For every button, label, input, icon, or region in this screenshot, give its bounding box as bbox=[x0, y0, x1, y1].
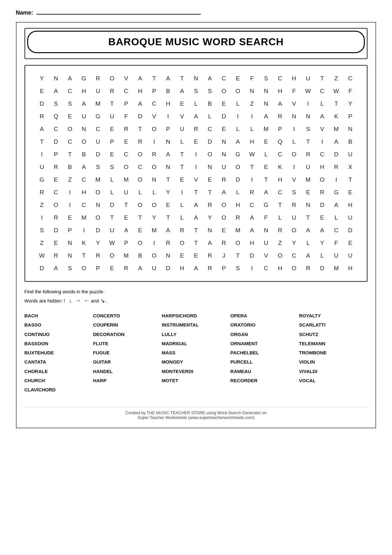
grid-cell: H bbox=[287, 72, 301, 85]
grid-cell: A bbox=[189, 199, 203, 211]
grid-cell: C bbox=[273, 148, 287, 161]
grid-cell: L bbox=[231, 97, 245, 110]
grid-cell: P bbox=[273, 123, 287, 135]
grid-cell: E bbox=[175, 173, 189, 186]
grid-cell: N bbox=[91, 199, 105, 211]
grid-cell: G bbox=[91, 110, 105, 123]
grid-cell: D bbox=[105, 199, 119, 211]
grid-cell: T bbox=[77, 249, 91, 262]
grid-cell: H bbox=[77, 186, 91, 199]
grid-cell: Y bbox=[343, 97, 357, 110]
grid-cell: H bbox=[245, 135, 259, 148]
grid-cell: V bbox=[287, 173, 301, 186]
grid-cell: N bbox=[245, 85, 259, 97]
name-underline bbox=[36, 14, 201, 15]
grid-cell: R bbox=[49, 249, 63, 262]
grid-cell: E bbox=[301, 186, 315, 199]
grid-cell: E bbox=[189, 249, 203, 262]
grid-cell: R bbox=[49, 211, 63, 224]
word-item: HANDEL bbox=[93, 367, 158, 376]
grid-cell: C bbox=[63, 85, 77, 97]
grid-cell: C bbox=[91, 123, 105, 135]
grid-cell: P bbox=[217, 262, 231, 275]
word-item: ORNAMENT bbox=[230, 339, 296, 348]
grid-cell: D bbox=[217, 110, 231, 123]
grid-cell: O bbox=[231, 85, 245, 97]
grid-cell: T bbox=[259, 173, 273, 186]
grid-cell: H bbox=[231, 199, 245, 211]
grid-cell: A bbox=[49, 85, 63, 97]
grid-cell: A bbox=[133, 262, 147, 275]
word-item: HARP bbox=[93, 376, 158, 385]
grid-cell: V bbox=[147, 110, 161, 123]
footer-line2: Super Teacher Worksheets (www.superteach… bbox=[24, 415, 368, 420]
grid-cell: E bbox=[161, 199, 175, 211]
grid-cell: B bbox=[161, 85, 175, 97]
word-item: CONCERTO bbox=[93, 311, 158, 320]
grid-cell: G bbox=[35, 173, 49, 186]
grid-cell: H bbox=[161, 97, 175, 110]
grid-cell: Y bbox=[315, 237, 329, 249]
grid-cell: I bbox=[35, 148, 49, 161]
grid-cell: H bbox=[273, 262, 287, 275]
grid-cell: E bbox=[105, 148, 119, 161]
grid-cell: E bbox=[259, 135, 273, 148]
grid-cell: A bbox=[203, 72, 217, 85]
title-box: BAROQUE MUSIC WORD SEARCH bbox=[27, 31, 365, 53]
grid-cell: W bbox=[329, 85, 343, 97]
grid-cell: U bbox=[91, 85, 105, 97]
word-item: COUPERIN bbox=[93, 320, 158, 329]
grid-cell: D bbox=[91, 224, 105, 237]
grid-cell: C bbox=[273, 186, 287, 199]
grid-cell: E bbox=[203, 173, 217, 186]
word-search-grid-container: YNAGROVATATNACEFSCHUTZCEACHURCHPBASSOONN… bbox=[24, 65, 368, 282]
word-item: DECORATION bbox=[93, 330, 158, 339]
instructions-line1: Find the following words in the puzzle. bbox=[24, 289, 104, 294]
grid-cell: V bbox=[189, 173, 203, 186]
grid-cell: N bbox=[63, 249, 77, 262]
grid-cell: R bbox=[273, 110, 287, 123]
grid-cell: O bbox=[133, 148, 147, 161]
direction-arrows: ↑ ↓ → ← bbox=[63, 296, 89, 306]
grid-cell: B bbox=[343, 135, 357, 148]
grid-cell: I bbox=[189, 148, 203, 161]
grid-cell: A bbox=[161, 148, 175, 161]
grid-cell: R bbox=[231, 211, 245, 224]
grid-cell: A bbox=[217, 186, 231, 199]
grid-cell: O bbox=[147, 249, 161, 262]
grid-cell: V bbox=[175, 110, 189, 123]
grid-cell: M bbox=[147, 224, 161, 237]
grid-cell: T bbox=[133, 123, 147, 135]
word-item: MADRIGAL bbox=[162, 339, 227, 348]
grid-cell: L bbox=[147, 186, 161, 199]
word-item: LULLY bbox=[162, 330, 227, 339]
grid-cell: R bbox=[91, 249, 105, 262]
grid-cell: V bbox=[119, 72, 133, 85]
grid-cell: O bbox=[315, 173, 329, 186]
grid-cell: L bbox=[329, 211, 343, 224]
grid-cell: U bbox=[105, 110, 119, 123]
grid-cell: I bbox=[63, 186, 77, 199]
footer: Created by THE MUSIC TEACHER STORE using… bbox=[24, 407, 368, 420]
grid-cell: X bbox=[343, 161, 357, 173]
grid-cell: E bbox=[49, 237, 63, 249]
grid-cell: R bbox=[315, 186, 329, 199]
grid-cell: U bbox=[343, 148, 357, 161]
grid-cell: Z bbox=[35, 237, 49, 249]
grid-cell: R bbox=[35, 186, 49, 199]
grid-cell: Z bbox=[329, 72, 343, 85]
grid-cell: O bbox=[91, 211, 105, 224]
grid-cell: F bbox=[259, 211, 273, 224]
grid-cell: O bbox=[77, 135, 91, 148]
grid-cell: C bbox=[245, 199, 259, 211]
grid-cell: T bbox=[175, 72, 189, 85]
grid-cell: R bbox=[217, 237, 231, 249]
word-column-4: ROYALTYSCARLATTISCHUTZTELEMANNTROMBONEVI… bbox=[299, 311, 368, 394]
word-item: PACHELBEL bbox=[230, 348, 296, 357]
grid-cell: E bbox=[189, 135, 203, 148]
grid-cell: S bbox=[105, 161, 119, 173]
grid-cell: H bbox=[273, 85, 287, 97]
grid-cell: A bbox=[301, 249, 315, 262]
grid-cell: E bbox=[343, 237, 357, 249]
word-item: CONTINUO bbox=[24, 330, 90, 339]
